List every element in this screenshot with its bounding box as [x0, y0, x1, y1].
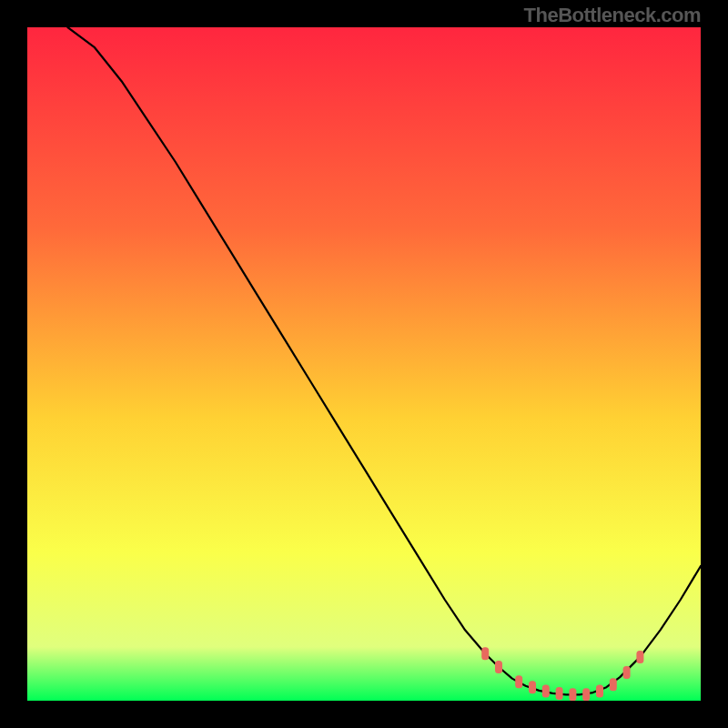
marker-dot: [542, 685, 550, 698]
marker-dot: [569, 688, 576, 701]
gradient-background: [27, 27, 701, 701]
marker-dot: [623, 666, 631, 679]
marker-dot: [582, 688, 590, 701]
marker-dot: [515, 675, 522, 688]
chart-svg: [27, 27, 701, 701]
marker-dot: [610, 678, 617, 691]
plot-area: [27, 27, 701, 701]
marker-dot: [529, 681, 536, 693]
marker-dot: [481, 647, 489, 660]
marker-dot: [556, 687, 563, 700]
watermark-text: TheBottleneck.com: [524, 4, 701, 27]
marker-dot: [596, 685, 603, 698]
marker-dot: [636, 651, 643, 663]
marker-dot: [495, 661, 502, 673]
chart-frame: TheBottleneck.com: [0, 0, 728, 728]
